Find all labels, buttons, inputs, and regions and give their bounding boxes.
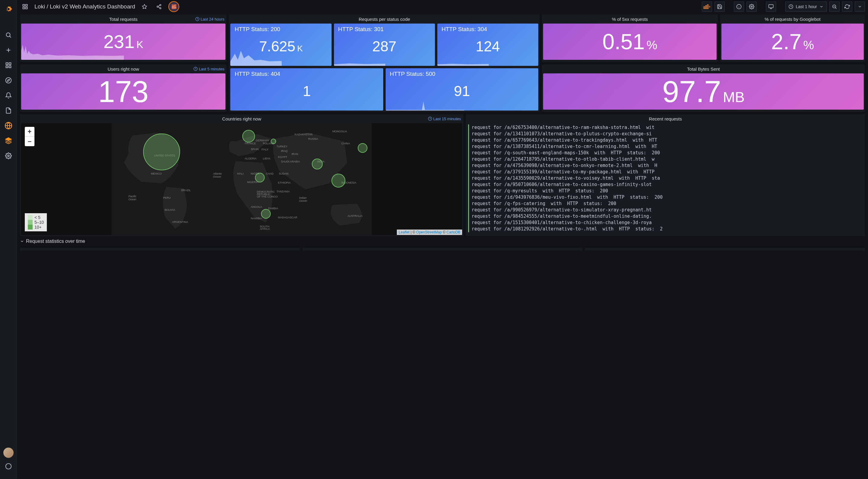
chevron-down-icon [819, 4, 824, 9]
status-card-304: HTTP Status: 304 124 [437, 24, 538, 66]
svg-text:IndianOcean: IndianOcean [299, 196, 307, 202]
row-toggle[interactable]: Request statistics over time [20, 236, 865, 246]
svg-text:ETHIOPIA: ETHIOPIA [278, 181, 291, 184]
breadcrumb-title[interactable]: Loki / Loki v2 Web Analytics Dashboard [34, 3, 135, 10]
tv-mode-icon[interactable] [766, 1, 776, 12]
svg-marker-9 [7, 79, 9, 81]
sparkline [230, 48, 282, 66]
panel-recent-requests[interactable]: Recent requests request for /a/626753400… [466, 114, 865, 236]
refresh-dropdown-icon[interactable] [855, 1, 865, 12]
svg-point-8 [5, 78, 11, 83]
share-icon[interactable] [154, 1, 164, 12]
panel-title: Countries right now [222, 116, 261, 122]
sidebar-dashboards[interactable] [2, 59, 14, 71]
clock-icon [428, 116, 432, 121]
map-zoom-out[interactable]: – [25, 137, 34, 146]
svg-text:ALGERIA: ALGERIA [245, 157, 256, 160]
svg-text:KAZAKHSTAN: KAZAKHSTAN [295, 133, 312, 136]
sidebar-docs[interactable] [2, 104, 14, 116]
row-title: Request statistics over time [26, 239, 85, 244]
svg-point-0 [6, 33, 10, 37]
panel-title: Total Bytes Sent [687, 66, 720, 72]
svg-rect-4 [6, 63, 7, 65]
world-map[interactable]: + – [21, 123, 462, 235]
star-icon[interactable] [139, 1, 150, 12]
save-icon[interactable] [714, 1, 725, 12]
svg-text:SPAIN: SPAIN [251, 148, 259, 151]
panel-requests-per-status[interactable]: Requests per status code HTTP Status: 20… [229, 14, 539, 112]
time-range-label: Last 1 hour [796, 4, 817, 9]
svg-text:AUSTRALIA: AUSTRALIA [347, 214, 363, 217]
panel-users-now[interactable]: Users right now Last 5 minutes 173 [20, 64, 227, 112]
svg-point-89 [261, 209, 271, 218]
clock-icon [193, 67, 198, 71]
svg-text:IRAQ: IRAQ [281, 149, 288, 152]
user-badge[interactable]: 🧱 [168, 1, 179, 12]
svg-text:ITALY: ITALY [261, 148, 269, 151]
svg-line-23 [158, 5, 160, 6]
topbar: Loki / Loki v2 Web Analytics Dashboard 🧱… [17, 0, 868, 13]
panel-time-override: Last 24 hours [195, 17, 224, 22]
svg-text:MALI: MALI [237, 172, 244, 175]
panel-time-override: Last 15 minutes [428, 116, 461, 121]
svg-text:BRAZIL: BRAZIL [181, 189, 191, 192]
settings-icon[interactable] [746, 1, 757, 12]
user-avatar[interactable] [3, 448, 13, 458]
panel-countries-map[interactable]: Countries right now Last 15 minutes + – [20, 114, 463, 236]
sidebar-help[interactable] [2, 460, 14, 472]
add-panel-icon[interactable]: + [702, 1, 712, 12]
panel-title: Total requests [110, 16, 137, 22]
svg-point-90 [271, 139, 276, 144]
panel-title: % of 5xx requests [612, 16, 648, 22]
clock-icon [788, 4, 793, 9]
sidebar-alerting[interactable] [2, 90, 14, 101]
panel-pct-5xx[interactable]: % of 5xx requests 0.51% [542, 14, 718, 62]
svg-rect-15 [26, 4, 28, 6]
svg-text:LIBYA: LIBYA [263, 157, 271, 160]
sidebar [0, 0, 17, 479]
svg-point-86 [312, 159, 322, 169]
map-zoom-in[interactable]: + [25, 127, 34, 137]
panel-title: Users right now [107, 66, 139, 72]
panel-total-bytes[interactable]: Total Bytes Sent 97.7MB [542, 64, 865, 112]
sidebar-layers[interactable] [2, 135, 14, 147]
dashboard-nav-icon[interactable] [20, 1, 30, 12]
sidebar-config[interactable] [2, 150, 14, 162]
svg-marker-11 [5, 138, 11, 141]
svg-point-12 [7, 155, 9, 157]
panel-pct-googlebot[interactable]: % of requests by Googlebot 2.7% [720, 14, 865, 62]
panel-title: Requests per status code [359, 16, 410, 22]
sparkline [437, 48, 489, 66]
svg-text:IRAN: IRAN [292, 152, 298, 156]
sidebar-explore[interactable] [2, 74, 14, 87]
svg-point-19 [160, 4, 161, 6]
panel-total-requests[interactable]: Total requests Last 24 hours 231K [20, 14, 227, 62]
time-range-picker[interactable]: Last 1 hour [785, 1, 827, 12]
sidebar-create[interactable] [2, 44, 14, 56]
svg-point-88 [358, 143, 367, 152]
svg-text:SUDAN: SUDAN [279, 172, 289, 175]
sparkline [385, 93, 464, 110]
sidebar-globe[interactable] [2, 119, 14, 132]
stat-unit: % [803, 39, 814, 51]
svg-text:SAUDI ARABIA: SAUDI ARABIA [281, 160, 300, 163]
refresh-icon[interactable] [842, 1, 852, 12]
status-card-404: HTTP Status: 404 1 [230, 68, 383, 110]
sparkline [334, 48, 385, 66]
svg-text:RUSSIA: RUSSIA [308, 137, 318, 140]
panel-title: % of requests by Googlebot [765, 16, 820, 22]
sidebar-search[interactable] [2, 29, 14, 41]
svg-text:EGYPT: EGYPT [278, 156, 287, 159]
svg-text:AtlanticOcean: AtlanticOcean [213, 172, 222, 178]
svg-text:GERMANY: GERMANY [256, 139, 270, 142]
svg-rect-16 [23, 7, 25, 9]
svg-point-84 [243, 130, 255, 142]
svg-text:MEXICO: MEXICO [151, 172, 162, 175]
svg-text:NAMIBIA: NAMIBIA [251, 217, 262, 220]
svg-rect-5 [9, 63, 10, 65]
svg-rect-26 [707, 4, 708, 8]
svg-point-83 [144, 134, 180, 170]
grafana-logo[interactable] [2, 2, 15, 16]
info-icon[interactable] [734, 1, 744, 12]
zoom-out-icon[interactable] [829, 1, 840, 12]
